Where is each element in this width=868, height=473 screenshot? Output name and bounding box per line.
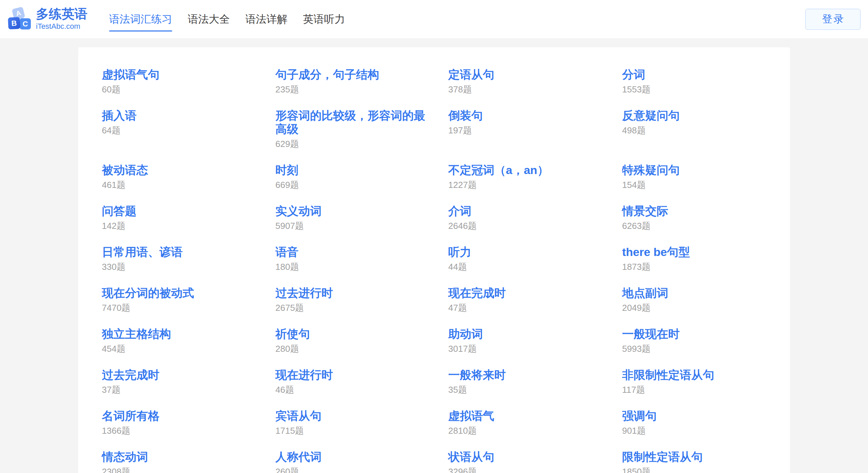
topic-cell: there be句型1873题 [622, 245, 766, 286]
nav-item-4[interactable]: 英语听力 [303, 12, 345, 26]
topic-link[interactable]: 句子成分，句子结构 [276, 68, 431, 81]
topic-link[interactable]: 强调句 [622, 409, 766, 423]
topic-cell: 过去完成时37题 [102, 368, 276, 409]
topic-link[interactable]: 虚拟语气 [448, 409, 604, 423]
topic-question-count: 1366题 [102, 426, 276, 436]
topic-link[interactable]: 形容词的比较级，形容词的最高级 [276, 109, 431, 136]
topic-cell: 一般现在时5993题 [622, 327, 766, 368]
topic-question-count: 197题 [448, 125, 622, 135]
topic-question-count: 280题 [276, 344, 448, 354]
topic-question-count: 3017题 [448, 344, 622, 354]
topic-link[interactable]: 情景交际 [622, 204, 766, 218]
topic-link[interactable]: 人称代词 [276, 450, 431, 464]
topic-cell: 限制性定语从句1850题 [622, 450, 766, 473]
topic-link[interactable]: 被动语态 [102, 163, 258, 177]
topic-cell: 特殊疑问句154题 [622, 163, 766, 204]
topic-question-count: 629题 [276, 139, 448, 149]
nav-item-3[interactable]: 语法详解 [245, 12, 287, 26]
topic-link[interactable]: 反意疑问句 [622, 109, 766, 122]
topic-link[interactable]: 一般将来时 [448, 368, 604, 382]
topic-cell: 介词2646题 [448, 204, 622, 245]
topic-question-count: 154题 [622, 180, 766, 190]
topic-question-count: 44题 [448, 262, 622, 272]
topic-question-count: 1873题 [622, 262, 766, 272]
topic-link[interactable]: 听力 [448, 245, 604, 259]
main-nav: 语法词汇练习语法大全语法详解英语听力 [109, 12, 345, 26]
topic-link[interactable]: 名词所有格 [102, 409, 258, 423]
site-name: 多练英语 [36, 7, 87, 21]
topic-link[interactable]: 日常用语、谚语 [102, 245, 258, 259]
topic-link[interactable]: 限制性定语从句 [622, 450, 766, 464]
topic-link[interactable]: 祈使句 [276, 327, 431, 341]
topic-cell: 情态动词2308题 [102, 450, 276, 473]
topic-link[interactable]: 现在进行时 [276, 368, 431, 382]
topic-cell: 一般将来时35题 [448, 368, 622, 409]
topic-question-count: 47题 [448, 303, 622, 313]
login-button[interactable]: 登录 [805, 9, 861, 30]
site-header: A B C 多练英语 iTestAbc.com 语法词汇练习语法大全语法详解英语… [0, 0, 868, 38]
topic-link[interactable]: 地点副词 [622, 286, 766, 300]
topic-cell: 虚拟语气2810题 [448, 409, 622, 450]
topic-link[interactable]: 倒装句 [448, 109, 604, 122]
topic-link[interactable]: 不定冠词（a，an） [448, 163, 604, 177]
topic-question-count: 3296题 [448, 467, 622, 473]
topic-cell: 插入语64题 [102, 109, 276, 150]
topic-question-count: 6263题 [622, 221, 766, 231]
topic-link[interactable]: 时刻 [276, 163, 431, 177]
topic-question-count: 5993题 [622, 344, 766, 354]
topic-cell: 名词所有格1366题 [102, 409, 276, 450]
topic-link[interactable]: 虚拟语气句 [102, 68, 258, 81]
topic-link[interactable]: there be句型 [622, 245, 766, 259]
topic-question-count: 461题 [102, 180, 276, 190]
topic-question-count: 35题 [448, 385, 622, 395]
topic-link[interactable]: 分词 [622, 68, 766, 81]
topic-question-count: 1850题 [622, 467, 766, 473]
topic-cell: 情景交际6263题 [622, 204, 766, 245]
topic-question-count: 260题 [276, 467, 448, 473]
topic-link[interactable]: 过去进行时 [276, 286, 431, 300]
topic-cell: 强调句901题 [622, 409, 766, 450]
topic-question-count: 142题 [102, 221, 276, 231]
topic-link[interactable]: 独立主格结构 [102, 327, 258, 341]
main-content: 虚拟语气句60题句子成分，句子结构235题定语从句378题分词1553题插入语6… [0, 47, 868, 473]
topic-link[interactable]: 特殊疑问句 [622, 163, 766, 177]
topic-cell: 句子成分，句子结构235题 [276, 68, 448, 109]
topic-question-count: 901题 [622, 426, 766, 436]
topic-link[interactable]: 一般现在时 [622, 327, 766, 341]
topic-question-count: 2810题 [448, 426, 622, 436]
topic-link[interactable]: 状语从句 [448, 450, 604, 464]
topic-cell: 日常用语、谚语330题 [102, 245, 276, 286]
site-logo[interactable]: A B C 多练英语 iTestAbc.com [8, 7, 87, 31]
topic-cell: 独立主格结构454题 [102, 327, 276, 368]
topic-cell: 非限制性定语从句117题 [622, 368, 766, 409]
topic-link[interactable]: 现在分词的被动式 [102, 286, 258, 300]
topic-link[interactable]: 介词 [448, 204, 604, 218]
topic-question-count: 60题 [102, 84, 276, 94]
logo-text: 多练英语 iTestAbc.com [36, 7, 87, 31]
nav-item-1[interactable]: 语法词汇练习 [109, 12, 172, 26]
topic-question-count: 454题 [102, 344, 276, 354]
topic-link[interactable]: 语音 [276, 245, 431, 259]
topics-grid: 虚拟语气句60题句子成分，句子结构235题定语从句378题分词1553题插入语6… [102, 68, 766, 473]
topic-cell: 时刻669题 [276, 163, 448, 204]
topic-link[interactable]: 插入语 [102, 109, 258, 122]
topic-question-count: 37题 [102, 385, 276, 395]
topic-question-count: 330题 [102, 262, 276, 272]
nav-item-2[interactable]: 语法大全 [188, 12, 230, 26]
topic-cell: 现在分词的被动式7470题 [102, 286, 276, 327]
topic-link[interactable]: 情态动词 [102, 450, 258, 464]
topic-cell: 定语从句378题 [448, 68, 622, 109]
topic-cell: 被动语态461题 [102, 163, 276, 204]
topic-cell: 祈使句280题 [276, 327, 448, 368]
topic-link[interactable]: 过去完成时 [102, 368, 258, 382]
topic-cell: 反意疑问句498题 [622, 109, 766, 150]
topic-link[interactable]: 实义动词 [276, 204, 431, 218]
topic-link[interactable]: 助动词 [448, 327, 604, 341]
topic-link[interactable]: 现在完成时 [448, 286, 604, 300]
topic-link[interactable]: 宾语从句 [276, 409, 431, 423]
abc-blocks-icon: A B C [8, 8, 31, 30]
topic-link[interactable]: 定语从句 [448, 68, 604, 81]
topic-link[interactable]: 问答题 [102, 204, 258, 218]
topic-link[interactable]: 非限制性定语从句 [622, 368, 766, 382]
topic-question-count: 46题 [276, 385, 448, 395]
